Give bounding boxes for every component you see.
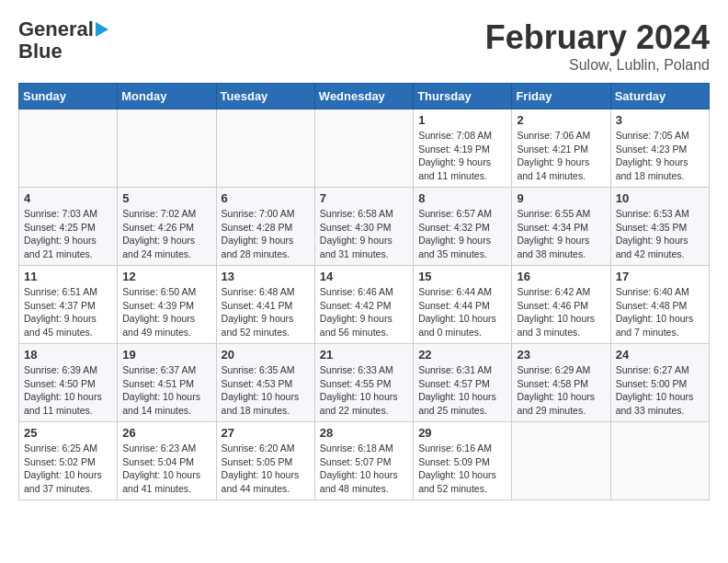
calendar-cell: 27Sunrise: 6:20 AM Sunset: 5:05 PM Dayli… bbox=[216, 422, 314, 500]
calendar-cell: 1Sunrise: 7:08 AM Sunset: 4:19 PM Daylig… bbox=[414, 109, 512, 188]
calendar-cell: 8Sunrise: 6:57 AM Sunset: 4:32 PM Daylig… bbox=[414, 188, 512, 266]
day-number: 11 bbox=[24, 270, 112, 283]
calendar-cell: 6Sunrise: 7:00 AM Sunset: 4:28 PM Daylig… bbox=[216, 188, 314, 266]
calendar-week-3: 11Sunrise: 6:51 AM Sunset: 4:37 PM Dayli… bbox=[19, 266, 710, 344]
day-number: 16 bbox=[517, 270, 605, 283]
calendar-cell: 18Sunrise: 6:39 AM Sunset: 4:50 PM Dayli… bbox=[19, 344, 118, 422]
day-info: Sunrise: 6:57 AM Sunset: 4:32 PM Dayligh… bbox=[418, 207, 506, 261]
day-number: 10 bbox=[616, 191, 704, 205]
calendar-cell bbox=[314, 109, 413, 188]
calendar-cell: 15Sunrise: 6:44 AM Sunset: 4:44 PM Dayli… bbox=[414, 266, 512, 344]
logo-arrow-icon bbox=[96, 22, 108, 37]
calendar-cell bbox=[512, 422, 610, 500]
calendar-cell: 17Sunrise: 6:40 AM Sunset: 4:48 PM Dayli… bbox=[610, 266, 709, 344]
day-number: 22 bbox=[418, 348, 506, 362]
day-number: 26 bbox=[122, 426, 210, 440]
day-number: 27 bbox=[222, 426, 310, 440]
day-info: Sunrise: 6:40 AM Sunset: 4:48 PM Dayligh… bbox=[616, 285, 704, 339]
title-section: February 2024 Sulow, Lublin, Poland bbox=[485, 18, 710, 74]
day-number: 1 bbox=[418, 113, 506, 127]
day-number: 2 bbox=[517, 113, 605, 127]
calendar-cell: 2Sunrise: 7:06 AM Sunset: 4:21 PM Daylig… bbox=[512, 109, 610, 188]
day-number: 25 bbox=[24, 426, 112, 440]
day-info: Sunrise: 7:03 AM Sunset: 4:25 PM Dayligh… bbox=[24, 207, 112, 261]
day-number: 5 bbox=[122, 191, 210, 205]
day-number: 28 bbox=[320, 426, 408, 440]
calendar-header-row: SundayMondayTuesdayWednesdayThursdayFrid… bbox=[19, 84, 710, 109]
day-info: Sunrise: 6:33 AM Sunset: 4:55 PM Dayligh… bbox=[320, 363, 408, 418]
day-info: Sunrise: 6:48 AM Sunset: 4:41 PM Dayligh… bbox=[222, 285, 310, 339]
day-info: Sunrise: 6:27 AM Sunset: 5:00 PM Dayligh… bbox=[616, 363, 704, 418]
day-info: Sunrise: 7:06 AM Sunset: 4:21 PM Dayligh… bbox=[517, 129, 605, 183]
calendar-week-2: 4Sunrise: 7:03 AM Sunset: 4:25 PM Daylig… bbox=[19, 188, 710, 266]
day-number: 29 bbox=[418, 426, 506, 440]
calendar-cell: 10Sunrise: 6:53 AM Sunset: 4:35 PM Dayli… bbox=[610, 188, 709, 266]
day-number: 19 bbox=[122, 348, 210, 362]
calendar-cell: 20Sunrise: 6:35 AM Sunset: 4:53 PM Dayli… bbox=[216, 344, 314, 422]
day-number: 20 bbox=[222, 348, 310, 362]
day-info: Sunrise: 7:08 AM Sunset: 4:19 PM Dayligh… bbox=[418, 129, 506, 183]
day-number: 7 bbox=[320, 191, 408, 205]
header-saturday: Saturday bbox=[610, 84, 709, 109]
calendar-cell: 11Sunrise: 6:51 AM Sunset: 4:37 PM Dayli… bbox=[19, 266, 118, 344]
day-number: 21 bbox=[320, 348, 408, 362]
calendar-cell: 5Sunrise: 7:02 AM Sunset: 4:26 PM Daylig… bbox=[118, 188, 216, 266]
day-info: Sunrise: 6:50 AM Sunset: 4:39 PM Dayligh… bbox=[122, 285, 210, 339]
calendar-cell: 22Sunrise: 6:31 AM Sunset: 4:57 PM Dayli… bbox=[414, 344, 512, 422]
day-info: Sunrise: 6:18 AM Sunset: 5:07 PM Dayligh… bbox=[320, 442, 408, 496]
day-info: Sunrise: 6:35 AM Sunset: 4:53 PM Dayligh… bbox=[222, 363, 310, 418]
day-number: 6 bbox=[222, 191, 310, 205]
day-info: Sunrise: 6:53 AM Sunset: 4:35 PM Dayligh… bbox=[616, 207, 704, 261]
header-tuesday: Tuesday bbox=[216, 84, 314, 109]
calendar-cell: 25Sunrise: 6:25 AM Sunset: 5:02 PM Dayli… bbox=[19, 422, 118, 500]
logo-text-blue: Blue bbox=[18, 40, 63, 63]
calendar-cell: 29Sunrise: 6:16 AM Sunset: 5:09 PM Dayli… bbox=[414, 422, 512, 500]
day-info: Sunrise: 6:29 AM Sunset: 4:58 PM Dayligh… bbox=[517, 363, 605, 418]
day-number: 3 bbox=[616, 113, 704, 127]
day-info: Sunrise: 6:51 AM Sunset: 4:37 PM Dayligh… bbox=[24, 285, 112, 339]
calendar-cell: 14Sunrise: 6:46 AM Sunset: 4:42 PM Dayli… bbox=[314, 266, 413, 344]
logo: General Blue bbox=[18, 18, 108, 63]
header-friday: Friday bbox=[512, 84, 610, 109]
calendar-cell: 26Sunrise: 6:23 AM Sunset: 5:04 PM Dayli… bbox=[118, 422, 216, 500]
location: Sulow, Lublin, Poland bbox=[485, 57, 710, 74]
month-title: February 2024 bbox=[485, 18, 710, 57]
day-info: Sunrise: 6:42 AM Sunset: 4:46 PM Dayligh… bbox=[517, 285, 605, 339]
calendar-cell: 3Sunrise: 7:05 AM Sunset: 4:23 PM Daylig… bbox=[610, 109, 709, 188]
logo-text-general: General bbox=[18, 18, 94, 40]
day-info: Sunrise: 6:39 AM Sunset: 4:50 PM Dayligh… bbox=[24, 363, 112, 418]
day-number: 9 bbox=[517, 191, 605, 205]
day-number: 18 bbox=[24, 348, 112, 362]
calendar-cell: 21Sunrise: 6:33 AM Sunset: 4:55 PM Dayli… bbox=[314, 344, 413, 422]
day-info: Sunrise: 6:16 AM Sunset: 5:09 PM Dayligh… bbox=[418, 442, 506, 496]
calendar-cell: 7Sunrise: 6:58 AM Sunset: 4:30 PM Daylig… bbox=[314, 188, 413, 266]
day-info: Sunrise: 6:46 AM Sunset: 4:42 PM Dayligh… bbox=[320, 285, 408, 339]
day-info: Sunrise: 7:05 AM Sunset: 4:23 PM Dayligh… bbox=[616, 129, 704, 183]
calendar-cell bbox=[118, 109, 216, 188]
day-number: 15 bbox=[418, 270, 506, 283]
day-info: Sunrise: 6:58 AM Sunset: 4:30 PM Dayligh… bbox=[320, 207, 408, 261]
day-info: Sunrise: 6:44 AM Sunset: 4:44 PM Dayligh… bbox=[418, 285, 506, 339]
day-number: 12 bbox=[122, 270, 210, 283]
calendar-cell bbox=[610, 422, 709, 500]
day-number: 24 bbox=[616, 348, 704, 362]
day-info: Sunrise: 6:37 AM Sunset: 4:51 PM Dayligh… bbox=[122, 363, 210, 418]
header-sunday: Sunday bbox=[19, 84, 118, 109]
calendar-cell: 16Sunrise: 6:42 AM Sunset: 4:46 PM Dayli… bbox=[512, 266, 610, 344]
calendar-cell bbox=[19, 109, 118, 188]
day-number: 17 bbox=[616, 270, 704, 283]
page-header: General Blue February 2024 Sulow, Lublin… bbox=[18, 18, 710, 74]
day-number: 8 bbox=[418, 191, 506, 205]
calendar-cell: 12Sunrise: 6:50 AM Sunset: 4:39 PM Dayli… bbox=[118, 266, 216, 344]
calendar-cell: 28Sunrise: 6:18 AM Sunset: 5:07 PM Dayli… bbox=[314, 422, 413, 500]
day-info: Sunrise: 6:23 AM Sunset: 5:04 PM Dayligh… bbox=[122, 442, 210, 496]
calendar-week-4: 18Sunrise: 6:39 AM Sunset: 4:50 PM Dayli… bbox=[19, 344, 710, 422]
calendar-cell: 4Sunrise: 7:03 AM Sunset: 4:25 PM Daylig… bbox=[19, 188, 118, 266]
header-monday: Monday bbox=[118, 84, 216, 109]
day-info: Sunrise: 6:31 AM Sunset: 4:57 PM Dayligh… bbox=[418, 363, 506, 418]
calendar-cell: 9Sunrise: 6:55 AM Sunset: 4:34 PM Daylig… bbox=[512, 188, 610, 266]
day-info: Sunrise: 6:25 AM Sunset: 5:02 PM Dayligh… bbox=[24, 442, 112, 496]
day-number: 23 bbox=[517, 348, 605, 362]
day-info: Sunrise: 6:55 AM Sunset: 4:34 PM Dayligh… bbox=[517, 207, 605, 261]
calendar-cell: 24Sunrise: 6:27 AM Sunset: 5:00 PM Dayli… bbox=[610, 344, 709, 422]
